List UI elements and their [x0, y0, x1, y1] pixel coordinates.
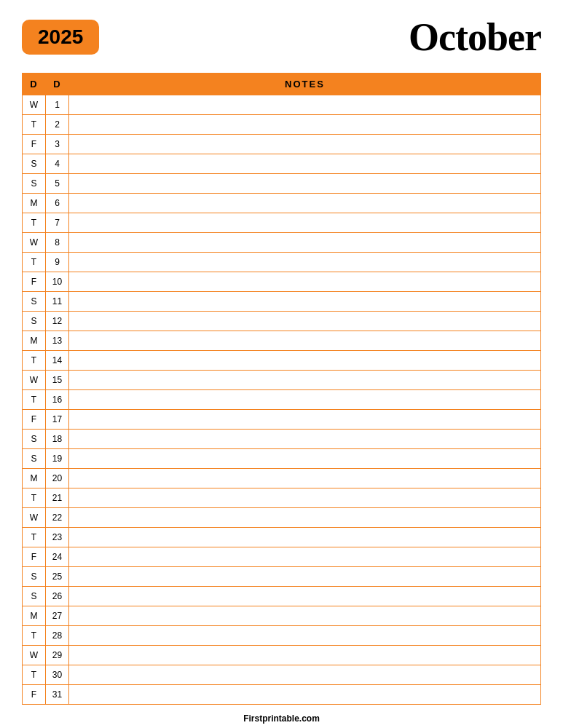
notes-cell[interactable] [69, 410, 541, 430]
day-letter-cell: M [23, 469, 46, 488]
day-number-cell: 5 [46, 174, 69, 194]
calendar-table: D D NOTES W1T2F3S4S5M6T7W8T9F10S11S12M13… [22, 73, 541, 705]
notes-cell[interactable] [69, 194, 541, 213]
notes-cell[interactable] [69, 587, 541, 606]
table-row: W1 [23, 95, 541, 115]
table-row: W15 [23, 371, 541, 390]
notes-cell[interactable] [69, 665, 541, 685]
table-row: T21 [23, 488, 541, 508]
brand-text: Firstprintable [243, 713, 299, 724]
notes-cell[interactable] [69, 685, 541, 705]
day-number-cell: 4 [46, 154, 69, 174]
day-number-cell: 11 [46, 292, 69, 312]
notes-cell[interactable] [69, 253, 541, 272]
day-letter-cell: W [23, 508, 46, 528]
brand-name: Firstprintable.com [243, 713, 320, 724]
day-number-cell: 30 [46, 665, 69, 685]
notes-cell[interactable] [69, 174, 541, 194]
table-row: W22 [23, 508, 541, 528]
day-letter-cell: S [23, 154, 46, 174]
table-row: T23 [23, 528, 541, 547]
notes-cell[interactable] [69, 154, 541, 174]
notes-cell[interactable] [69, 331, 541, 351]
day-letter-cell: S [23, 174, 46, 194]
col-header-day-letter: D [23, 74, 46, 95]
calendar-body: W1T2F3S4S5M6T7W8T9F10S11S12M13T14W15T16F… [23, 95, 541, 705]
notes-cell[interactable] [69, 626, 541, 646]
day-number-cell: 8 [46, 233, 69, 253]
notes-cell[interactable] [69, 508, 541, 528]
day-number-cell: 13 [46, 331, 69, 351]
notes-cell[interactable] [69, 233, 541, 253]
notes-cell[interactable] [69, 488, 541, 508]
notes-cell[interactable] [69, 606, 541, 626]
day-number-cell: 1 [46, 95, 69, 115]
year-badge: 2025 [22, 20, 99, 55]
day-letter-cell: F [23, 685, 46, 705]
day-number-cell: 12 [46, 312, 69, 331]
notes-cell[interactable] [69, 449, 541, 469]
day-letter-cell: S [23, 430, 46, 449]
notes-cell[interactable] [69, 371, 541, 390]
day-number-cell: 22 [46, 508, 69, 528]
day-letter-cell: S [23, 449, 46, 469]
day-letter-cell: F [23, 272, 46, 292]
notes-cell[interactable] [69, 115, 541, 135]
day-letter-cell: M [23, 331, 46, 351]
day-letter-cell: T [23, 528, 46, 547]
day-number-cell: 26 [46, 587, 69, 606]
table-row: S4 [23, 154, 541, 174]
table-row: T16 [23, 390, 541, 410]
day-number-cell: 16 [46, 390, 69, 410]
notes-cell[interactable] [69, 469, 541, 488]
table-header-row: D D NOTES [23, 74, 541, 95]
table-row: S11 [23, 292, 541, 312]
day-number-cell: 24 [46, 547, 69, 567]
notes-cell[interactable] [69, 567, 541, 587]
day-number-cell: 23 [46, 528, 69, 547]
notes-cell[interactable] [69, 351, 541, 371]
day-letter-cell: S [23, 587, 46, 606]
day-letter-cell: T [23, 253, 46, 272]
table-row: F24 [23, 547, 541, 567]
col-header-day-number: D [46, 74, 69, 95]
notes-cell[interactable] [69, 95, 541, 115]
day-letter-cell: F [23, 547, 46, 567]
day-letter-cell: F [23, 410, 46, 430]
day-letter-cell: W [23, 95, 46, 115]
notes-cell[interactable] [69, 312, 541, 331]
table-row: T28 [23, 626, 541, 646]
day-number-cell: 9 [46, 253, 69, 272]
day-letter-cell: T [23, 488, 46, 508]
month-title: October [409, 15, 541, 60]
notes-cell[interactable] [69, 135, 541, 154]
day-number-cell: 25 [46, 567, 69, 587]
table-row: F31 [23, 685, 541, 705]
day-number-cell: 18 [46, 430, 69, 449]
table-row: T2 [23, 115, 541, 135]
table-row: M13 [23, 331, 541, 351]
day-letter-cell: T [23, 626, 46, 646]
day-number-cell: 27 [46, 606, 69, 626]
notes-cell[interactable] [69, 272, 541, 292]
notes-cell[interactable] [69, 646, 541, 665]
table-row: M6 [23, 194, 541, 213]
day-number-cell: 7 [46, 213, 69, 233]
day-letter-cell: S [23, 292, 46, 312]
brand-suffix: .com [299, 713, 320, 724]
day-number-cell: 2 [46, 115, 69, 135]
notes-cell[interactable] [69, 213, 541, 233]
table-row: F17 [23, 410, 541, 430]
notes-cell[interactable] [69, 430, 541, 449]
notes-cell[interactable] [69, 292, 541, 312]
day-letter-cell: M [23, 194, 46, 213]
notes-cell[interactable] [69, 528, 541, 547]
notes-cell[interactable] [69, 547, 541, 567]
table-row: T14 [23, 351, 541, 371]
table-row: M20 [23, 469, 541, 488]
notes-cell[interactable] [69, 390, 541, 410]
day-letter-cell: M [23, 606, 46, 626]
table-row: S18 [23, 430, 541, 449]
col-header-notes: NOTES [69, 74, 541, 95]
day-letter-cell: W [23, 646, 46, 665]
